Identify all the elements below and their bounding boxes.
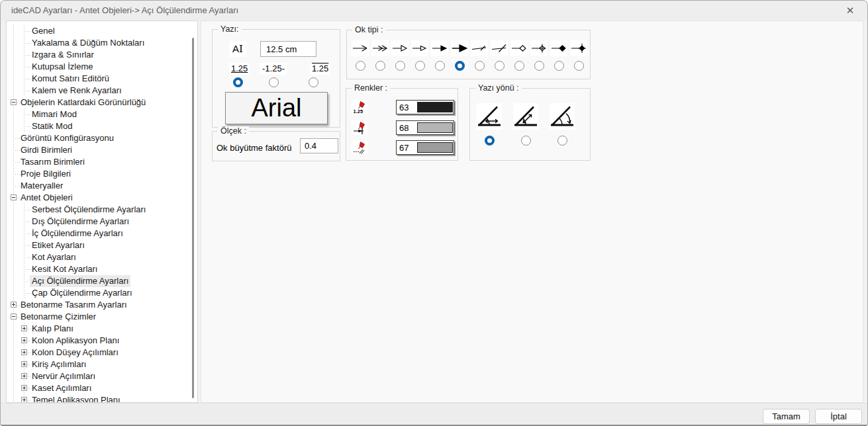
tree-item[interactable]: Objelerin Katlardaki Görünürlüğü — [7, 97, 193, 108]
expand-icon[interactable] — [21, 337, 27, 343]
expand-icon[interactable] — [21, 361, 27, 367]
tree-item-label: Tasarım Birimleri — [19, 156, 87, 168]
arrow-tick-long-icon — [491, 40, 508, 56]
tree-item-label: İç Ölçülendirme Ayarları — [30, 228, 125, 239]
radio[interactable] — [554, 61, 564, 71]
tree-item[interactable]: Serbest Ölçülendirme Ayarları — [7, 204, 193, 216]
color-field[interactable]: 68 — [396, 120, 454, 135]
tree-item[interactable]: Kalıp Planı — [7, 323, 193, 335]
tree-guide — [13, 85, 14, 97]
tree-item-label: Materyaller — [19, 180, 65, 192]
expand-icon[interactable] — [21, 385, 27, 391]
tree-item[interactable]: Kolon Düşey Açılımları — [7, 347, 193, 359]
ok-button[interactable]: Tamam — [763, 409, 810, 424]
radio[interactable] — [395, 61, 405, 71]
text-position-label: 1.25 — [310, 63, 330, 75]
tree-item[interactable]: Statik Mod — [7, 120, 193, 132]
tree-item[interactable]: Dış Ölçülendirme Ayarları — [7, 216, 193, 228]
radio[interactable] — [435, 61, 445, 71]
arrow-type-option — [549, 40, 569, 73]
tree-item[interactable]: Materyaller — [7, 180, 193, 192]
tree-item-label: Etiket Ayarları — [30, 239, 87, 251]
color-swatch[interactable] — [417, 142, 453, 153]
tree-item[interactable]: Kutupsal İzleme — [7, 61, 193, 73]
radio[interactable] — [495, 61, 505, 71]
scale-group-title: Ölçek : — [218, 126, 249, 136]
radio[interactable] — [514, 61, 524, 71]
expand-icon[interactable] — [11, 302, 17, 308]
tree-item[interactable]: Nervür Açılımları — [7, 370, 193, 382]
color-field[interactable]: 63 — [396, 100, 454, 114]
tree-item[interactable]: Genel — [7, 25, 193, 37]
tree-guide — [13, 228, 14, 239]
tree-item[interactable]: Izgara & Sınırlar — [7, 49, 193, 61]
color-swatch[interactable] — [417, 102, 453, 112]
dimension-line-color-icon — [352, 120, 367, 135]
tree-item[interactable]: Çap Ölçülendirme Ayarları — [7, 287, 193, 299]
tree-item[interactable]: Temel Aplikasyon Planı — [7, 394, 193, 403]
tree-item[interactable]: Kiriş Açılımları — [7, 359, 193, 370]
cancel-button[interactable]: İptal — [815, 409, 862, 424]
settings-content: Yazı: AI 1.25-1.25-1.25 Arial Ölçek : Ok… — [201, 21, 863, 403]
radio[interactable] — [574, 61, 584, 71]
tree-item[interactable]: İç Ölçülendirme Ayarları — [7, 228, 193, 239]
radio[interactable] — [375, 61, 385, 71]
radio[interactable] — [521, 136, 531, 146]
expand-icon[interactable] — [21, 349, 27, 355]
arrow-hollow-triangle-icon — [391, 40, 409, 56]
radio[interactable] — [534, 61, 544, 71]
tree-item[interactable]: Yakalama & Düğüm Noktaları — [7, 37, 193, 49]
tree-item-label: Dış Ölçülendirme Ayarları — [30, 216, 131, 228]
tree-scrollbar[interactable] — [192, 38, 194, 398]
font-select-button[interactable]: Arial — [225, 92, 328, 124]
font-height-icon: AI — [229, 41, 246, 57]
tree-item[interactable]: Kaset Açılımları — [7, 382, 193, 394]
radio-selected[interactable] — [233, 77, 243, 87]
radio[interactable] — [475, 61, 485, 71]
tree-item[interactable]: Görüntü Konfigürasyonu — [7, 132, 193, 144]
radio[interactable] — [557, 136, 567, 146]
collapse-icon[interactable] — [11, 314, 17, 320]
radio[interactable] — [309, 77, 318, 87]
radio[interactable] — [269, 77, 279, 87]
collapse-icon[interactable] — [11, 194, 17, 200]
collapse-icon[interactable] — [11, 99, 17, 105]
color-number: 67 — [397, 143, 417, 153]
settings-dialog: ideCAD Ayarları - Antet Objeleri-> Açı Ö… — [0, 0, 868, 426]
expand-icon[interactable] — [21, 325, 27, 331]
tree-item[interactable]: Açı Ölçülendirme Ayarları — [7, 275, 193, 287]
radio-selected[interactable] — [455, 61, 465, 71]
tree-item[interactable]: Betonarme Çizimler — [7, 311, 193, 323]
color-field[interactable]: 67 — [396, 140, 454, 155]
arrow-type-option — [569, 40, 589, 73]
radio-selected[interactable] — [485, 136, 495, 146]
color-swatch[interactable] — [417, 122, 453, 133]
arrow-type-option — [450, 40, 469, 73]
tree-item[interactable]: Komut Satırı Editörü — [7, 73, 193, 85]
tree-item-label: Açı Ölçülendirme Ayarları — [30, 275, 130, 287]
expand-icon[interactable] — [21, 373, 27, 379]
tree-item-label: Serbest Ölçülendirme Ayarları — [30, 204, 148, 216]
tree-item[interactable]: Etiket Ayarları — [7, 239, 193, 251]
close-icon[interactable]: ✕ — [840, 3, 861, 19]
tree-item[interactable]: Mimari Mod — [7, 108, 193, 120]
tree-item[interactable]: Kot Ayarları — [7, 251, 193, 263]
arrow-type-option — [350, 40, 370, 73]
text-height-input[interactable] — [260, 41, 316, 57]
arrow-scale-input[interactable] — [300, 138, 338, 153]
tree-item[interactable]: Betonarme Tasarım Ayarları — [7, 299, 193, 311]
tree-item-label: Statik Mod — [30, 120, 74, 132]
radio[interactable] — [415, 61, 425, 71]
arrow-filled-diamond-cross-icon — [570, 40, 587, 56]
radio[interactable] — [356, 61, 365, 71]
tree-item[interactable]: Tasarım Birimleri — [7, 156, 193, 168]
tree-guide — [13, 239, 14, 251]
tree-item[interactable]: Kesit Kot Ayarları — [7, 263, 193, 275]
tree-item[interactable]: Antet Objeleri — [7, 192, 193, 204]
expand-icon[interactable] — [21, 397, 27, 403]
tree-guide — [13, 335, 14, 347]
tree-item[interactable]: Proje Bilgileri — [7, 168, 193, 180]
tree-item[interactable]: Kalem ve Renk Ayarları — [7, 85, 193, 97]
tree-item[interactable]: Girdi Birimleri — [7, 144, 193, 156]
tree-item[interactable]: Kolon Aplikasyon Planı — [7, 335, 193, 347]
